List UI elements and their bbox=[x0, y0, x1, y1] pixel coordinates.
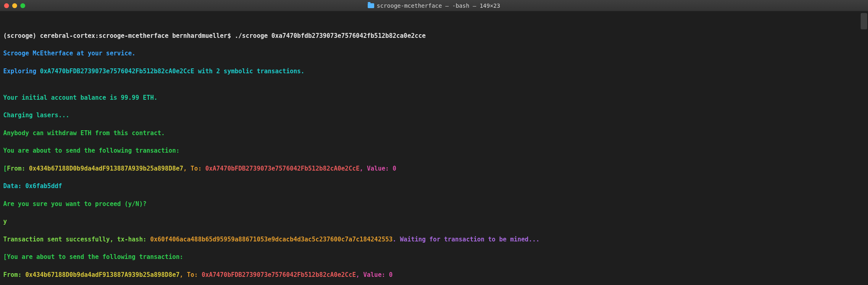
terminal-line: Your initial account balance is 99.99 ET… bbox=[3, 94, 865, 103]
title-suffix: — -bash — 149×23 bbox=[442, 2, 500, 9]
label: From: bbox=[7, 165, 29, 172]
label: , Value: 0 bbox=[356, 271, 393, 278]
data-hex: 0x6fab5ddf bbox=[25, 182, 62, 190]
terminal-line: Data: 0x6fab5ddf bbox=[3, 182, 865, 191]
text: Exploring bbox=[3, 68, 40, 75]
scrollbar-thumb[interactable] bbox=[861, 13, 867, 29]
label: , To: bbox=[183, 165, 205, 172]
terminal-line: [From: 0x434b67188D0b9da4adF913887A939b2… bbox=[3, 164, 865, 173]
terminal-line: Exploring 0xA7470bFDB2739073e7576042Fb51… bbox=[3, 67, 865, 76]
folder-icon bbox=[368, 3, 374, 8]
window-controls bbox=[4, 3, 25, 8]
label: From: bbox=[3, 271, 25, 278]
label: Data: bbox=[3, 182, 25, 190]
text: Transaction sent successfully, tx-hash: bbox=[3, 236, 150, 243]
from-address: 0x434b67188D0b9da4adF913887A939b25a898D8… bbox=[29, 165, 183, 172]
terminal-line: [You are about to send the following tra… bbox=[3, 253, 865, 262]
text: . Waiting for transaction to be mined... bbox=[393, 236, 539, 243]
command: ./scrooge 0xa7470bfdb2739073e7576042fb51… bbox=[235, 32, 426, 39]
to-address: 0xA7470bFDB2739073e7576042Fb512b82cA0e2C… bbox=[205, 165, 360, 172]
terminal-line: Anybody can withdraw ETH from this contr… bbox=[3, 129, 865, 138]
bracket: [ bbox=[3, 165, 7, 172]
text: You are about to send the following tran… bbox=[7, 253, 183, 261]
text: with bbox=[194, 68, 216, 75]
window-title: scrooge-mcetherface — -bash — 149×23 bbox=[368, 2, 500, 9]
count: 2 bbox=[216, 68, 220, 75]
label: , To: bbox=[179, 271, 201, 278]
minimize-icon[interactable] bbox=[12, 3, 17, 8]
label: , Value: 0 bbox=[360, 165, 396, 172]
address: 0xA7470bFDB2739073e7576042Fb512b82cA0e2C… bbox=[40, 68, 194, 75]
terminal-line: (scrooge) cerebral-cortex:scrooge-mcethe… bbox=[3, 32, 865, 41]
zoom-icon[interactable] bbox=[20, 3, 25, 8]
terminal-line: Transaction sent successfully, tx-hash: … bbox=[3, 235, 865, 244]
terminal-line: You are about to send the following tran… bbox=[3, 147, 865, 156]
terminal-line: Scrooge McEtherface at your service. bbox=[3, 49, 865, 58]
terminal-line: Charging lasers... bbox=[3, 111, 865, 120]
prompt: (scrooge) cerebral-cortex:scrooge-mcethe… bbox=[3, 32, 235, 39]
tx-hash: 0x60f406aca488b65d95959a88671053e9dcacb4… bbox=[150, 236, 393, 243]
to-address: 0xA7470bFDB2739073e7576042Fb512b82cA0e2C… bbox=[202, 271, 356, 278]
title-folder: scrooge-mcetherface bbox=[377, 2, 442, 9]
window-titlebar: scrooge-mcetherface — -bash — 149×23 bbox=[0, 0, 868, 11]
text: symbolic transactions. bbox=[220, 68, 305, 75]
from-address: 0x434b67188D0b9da4adF913887A939b25a898D8… bbox=[25, 271, 179, 278]
user-input: y bbox=[3, 217, 865, 226]
terminal-line: Are you sure you want to proceed (y/N)? bbox=[3, 200, 865, 209]
terminal-body[interactable]: (scrooge) cerebral-cortex:scrooge-mcethe… bbox=[0, 11, 868, 285]
terminal-line: From: 0x434b67188D0b9da4adF913887A939b25… bbox=[3, 271, 865, 280]
close-icon[interactable] bbox=[4, 3, 9, 8]
bracket: [ bbox=[3, 253, 7, 261]
